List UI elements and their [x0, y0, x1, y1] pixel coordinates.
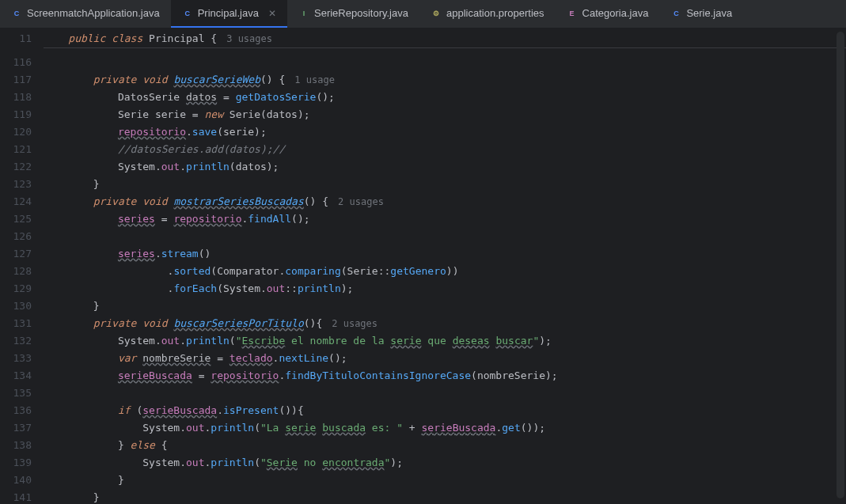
close-icon[interactable]: ✕	[268, 8, 276, 19]
tab-repository[interactable]: I SerieRepository.java	[287, 0, 419, 28]
tab-properties[interactable]: ⚙ application.properties	[419, 0, 556, 28]
class-icon: C	[11, 8, 22, 19]
code-content[interactable]: public class Principal {3 usages private…	[44, 28, 846, 504]
class-icon: C	[182, 8, 193, 19]
gear-icon: ⚙	[431, 8, 442, 19]
tab-label: ScreenmatchApplication.java	[27, 7, 160, 19]
tab-categoria[interactable]: E Categoria.java	[556, 0, 660, 28]
editor-tabs: C ScreenmatchApplication.java C Principa…	[0, 0, 846, 28]
tab-label: Categoria.java	[582, 7, 649, 19]
line-number: 11	[0, 30, 32, 47]
interface-icon: I	[298, 8, 309, 19]
tab-serie[interactable]: C Serie.java	[659, 0, 743, 28]
tab-label: application.properties	[446, 7, 544, 19]
line-gutter: 11 116 117 118 119 120 121 122 123 124 1…	[0, 28, 44, 504]
tab-label: Serie.java	[686, 7, 732, 19]
tab-principal[interactable]: C Principal.java ✕	[171, 0, 287, 28]
vertical-scrollbar[interactable]	[837, 32, 844, 498]
class-icon: C	[670, 8, 681, 19]
tab-label: SerieRepository.java	[314, 7, 408, 19]
tab-label: Principal.java	[198, 7, 259, 19]
code-editor[interactable]: 11 116 117 118 119 120 121 122 123 124 1…	[0, 28, 846, 504]
tab-screenmatch[interactable]: C ScreenmatchApplication.java	[0, 0, 171, 28]
enum-icon: E	[567, 8, 578, 19]
